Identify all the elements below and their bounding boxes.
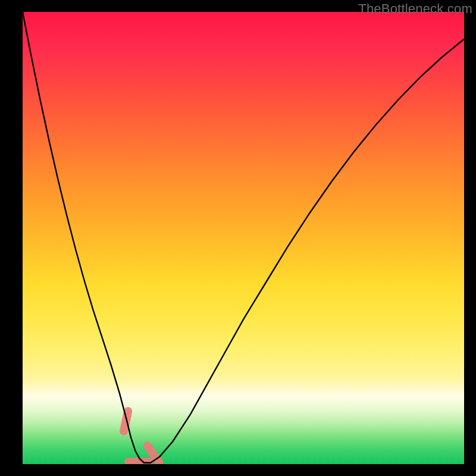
chart-frame: TheBottleneck.com [0, 0, 476, 476]
bottleneck-curve [23, 12, 464, 463]
chart-svg [23, 12, 464, 464]
highlight-markers [124, 411, 159, 462]
plot-area [23, 12, 464, 464]
watermark-text: TheBottleneck.com [358, 1, 472, 17]
